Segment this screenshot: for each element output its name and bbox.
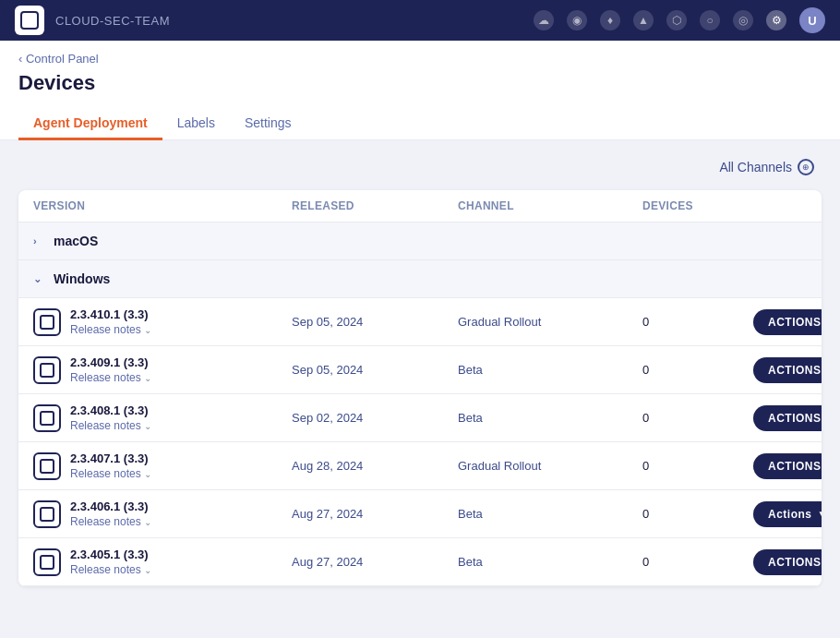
version-cell-0: 2.3.410.1 (3.3) Release notes ⌄ bbox=[33, 307, 292, 336]
release-notes-btn-3[interactable]: Release notes ⌄ bbox=[70, 467, 151, 480]
windows-os-icon-3 bbox=[33, 452, 61, 480]
actions-button-5[interactable]: ACTIONS ▼ bbox=[753, 549, 822, 575]
table-row: 2.3.410.1 (3.3) Release notes ⌄ Sep 05, … bbox=[18, 298, 822, 346]
version-cell-5: 2.3.405.1 (3.3) Release notes ⌄ bbox=[33, 548, 292, 576]
col-actions bbox=[753, 199, 807, 212]
top-navigation: CLOUD-SEC-TEAM ☁ ◉ ♦ ▲ ⬡ ○ ◎ ⚙ U bbox=[0, 0, 840, 41]
actions-cell-1: ACTIONS ▼ bbox=[753, 357, 822, 383]
table-row: 2.3.407.1 (3.3) Release notes ⌄ Aug 28, … bbox=[18, 442, 822, 490]
actions-button-1[interactable]: ACTIONS ▼ bbox=[753, 357, 822, 383]
version-cell-4: 2.3.406.1 (3.3) Release notes ⌄ bbox=[33, 500, 292, 528]
version-number-2: 2.3.408.1 (3.3) bbox=[70, 403, 151, 417]
actions-cell-2: ACTIONS ▼ bbox=[753, 405, 822, 431]
windows-os-icon-5 bbox=[33, 548, 61, 576]
col-released: Released bbox=[292, 199, 458, 212]
windows-icon-inner bbox=[40, 411, 54, 426]
release-notes-btn-1[interactable]: Release notes ⌄ bbox=[70, 371, 151, 384]
group-windows-label: Windows bbox=[54, 271, 110, 286]
table-header: Version Released Channel Devices bbox=[18, 190, 822, 223]
settings-icon[interactable]: ⚙ bbox=[766, 10, 786, 30]
actions-cell-3: ACTIONS ▼ bbox=[753, 453, 822, 479]
release-notes-btn-5[interactable]: Release notes ⌄ bbox=[70, 563, 151, 576]
group-windows[interactable]: ⌄ Windows bbox=[18, 260, 822, 298]
released-cell-5: Aug 27, 2024 bbox=[292, 555, 458, 569]
release-notes-btn-0[interactable]: Release notes ⌄ bbox=[70, 323, 151, 336]
windows-os-icon-2 bbox=[33, 404, 61, 432]
released-cell-1: Sep 05, 2024 bbox=[292, 363, 458, 377]
version-number-5: 2.3.405.1 (3.3) bbox=[70, 548, 151, 561]
breadcrumb[interactable]: ‹ Control Panel bbox=[18, 52, 822, 66]
version-number-4: 2.3.406.1 (3.3) bbox=[70, 500, 151, 513]
release-notes-chevron-icon-4: ⌄ bbox=[144, 517, 151, 527]
windows-os-icon-1 bbox=[33, 356, 61, 384]
group-macos[interactable]: › macOS bbox=[18, 223, 822, 260]
windows-icon-inner bbox=[40, 459, 54, 474]
version-info-4: 2.3.406.1 (3.3) Release notes ⌄ bbox=[70, 500, 151, 528]
release-notes-btn-4[interactable]: Release notes ⌄ bbox=[70, 515, 151, 528]
channel-cell-5: Beta bbox=[458, 555, 642, 569]
released-cell-3: Aug 28, 2024 bbox=[292, 459, 458, 473]
toolbar: All Channels ⊕ bbox=[18, 155, 822, 179]
windows-os-icon-0 bbox=[33, 308, 61, 336]
page-title: Devices bbox=[18, 71, 822, 95]
channel-cell-3: Gradual Rollout bbox=[458, 459, 642, 473]
tabs: Agent Deployment Labels Settings bbox=[18, 108, 822, 139]
avatar[interactable]: U bbox=[799, 7, 825, 33]
col-channel: Channel bbox=[458, 199, 642, 212]
version-info-1: 2.3.409.1 (3.3) Release notes ⌄ bbox=[70, 355, 151, 384]
released-cell-2: Sep 02, 2024 bbox=[292, 411, 458, 425]
ring-icon[interactable]: ◎ bbox=[733, 10, 753, 30]
released-cell-4: Aug 27, 2024 bbox=[292, 507, 458, 521]
version-number-3: 2.3.407.1 (3.3) bbox=[70, 451, 151, 465]
versions-table: Version Released Channel Devices › macOS… bbox=[18, 190, 822, 586]
version-number-1: 2.3.409.1 (3.3) bbox=[70, 355, 151, 369]
col-version: Version bbox=[33, 199, 292, 212]
released-cell-0: Sep 05, 2024 bbox=[292, 315, 458, 329]
version-number-0: 2.3.410.1 (3.3) bbox=[70, 307, 151, 321]
macos-chevron-icon: › bbox=[33, 235, 46, 247]
diamond-icon[interactable]: ♦ bbox=[600, 10, 620, 30]
devices-cell-3: 0 bbox=[642, 459, 753, 473]
version-info-5: 2.3.405.1 (3.3) Release notes ⌄ bbox=[70, 548, 151, 576]
channel-filter-icon: ⊕ bbox=[798, 159, 814, 175]
windows-icon-inner bbox=[40, 363, 54, 378]
triangle-icon[interactable]: ▲ bbox=[633, 10, 654, 30]
actions-button-4[interactable]: Actions ▼ bbox=[753, 501, 822, 527]
logo[interactable] bbox=[15, 6, 44, 35]
hexagon-icon[interactable]: ⬡ bbox=[666, 10, 687, 30]
page-header: ‹ Control Panel Devices Agent Deployment… bbox=[0, 41, 840, 140]
target-icon[interactable]: ◉ bbox=[567, 10, 587, 30]
version-cell-2: 2.3.408.1 (3.3) Release notes ⌄ bbox=[33, 403, 292, 432]
channel-cell-4: Beta bbox=[458, 507, 642, 521]
nav-left: CLOUD-SEC-TEAM bbox=[15, 6, 170, 35]
windows-icon-inner bbox=[40, 507, 54, 522]
devices-cell-5: 0 bbox=[642, 555, 753, 569]
version-info-2: 2.3.408.1 (3.3) Release notes ⌄ bbox=[70, 403, 151, 432]
release-notes-btn-2[interactable]: Release notes ⌄ bbox=[70, 419, 151, 432]
group-macos-label: macOS bbox=[54, 234, 98, 248]
logo-inner bbox=[20, 11, 39, 30]
actions-button-0[interactable]: ACTIONS ▼ bbox=[753, 309, 822, 335]
actions-button-3[interactable]: ACTIONS ▼ bbox=[753, 453, 822, 479]
channel-cell-1: Beta bbox=[458, 363, 642, 377]
release-notes-chevron-icon-0: ⌄ bbox=[144, 325, 151, 335]
version-cell-1: 2.3.409.1 (3.3) Release notes ⌄ bbox=[33, 355, 292, 384]
actions-button-2[interactable]: ACTIONS ▼ bbox=[753, 405, 822, 431]
devices-cell-4: 0 bbox=[642, 507, 753, 521]
windows-icon-inner bbox=[40, 315, 54, 330]
nav-title: CLOUD-SEC-TEAM bbox=[55, 14, 170, 28]
actions-cell-0: ACTIONS ▼ bbox=[753, 309, 822, 335]
actions-dropdown-icon-4: ▼ bbox=[818, 509, 822, 519]
channel-filter[interactable]: All Channels ⊕ bbox=[712, 155, 822, 179]
version-info-0: 2.3.410.1 (3.3) Release notes ⌄ bbox=[70, 307, 151, 336]
tab-labels[interactable]: Labels bbox=[162, 108, 230, 140]
actions-cell-4: Actions ▼ bbox=[753, 501, 822, 527]
release-notes-chevron-icon-5: ⌄ bbox=[144, 565, 151, 575]
nav-right: ☁ ◉ ♦ ▲ ⬡ ○ ◎ ⚙ U bbox=[534, 7, 825, 33]
main-content: All Channels ⊕ Version Released Channel … bbox=[0, 140, 840, 601]
windows-chevron-icon: ⌄ bbox=[33, 273, 46, 285]
circle-icon[interactable]: ○ bbox=[700, 10, 720, 30]
tab-settings[interactable]: Settings bbox=[230, 108, 306, 140]
cloud-icon[interactable]: ☁ bbox=[534, 10, 554, 30]
tab-agent-deployment[interactable]: Agent Deployment bbox=[18, 108, 162, 140]
